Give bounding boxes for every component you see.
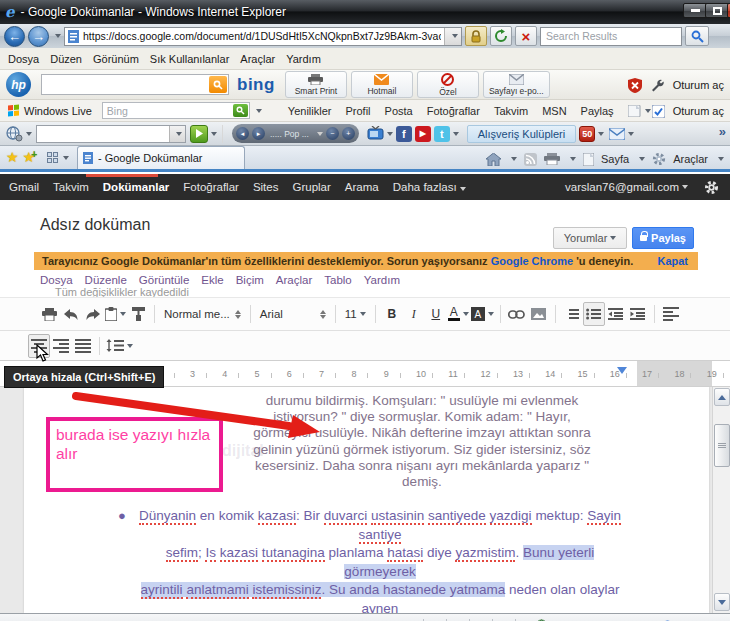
bulleted-list-button[interactable] — [583, 302, 605, 326]
gear-icon[interactable] — [704, 180, 719, 195]
wl-search-dropdown-icon[interactable] — [256, 109, 262, 113]
chrome-link[interactable]: Google Chrome — [491, 255, 574, 267]
insert-link-button[interactable] — [506, 302, 528, 326]
font-select[interactable]: Arial — [256, 302, 330, 326]
hotmail-button[interactable]: Hotmail — [351, 71, 413, 98]
wl-link[interactable]: Paylaş — [581, 105, 614, 117]
ie-menu-item[interactable]: Sık Kullanılanlar — [150, 53, 230, 65]
globe-gear-icon[interactable] — [5, 126, 23, 142]
highlight-color-button[interactable]: A — [470, 302, 495, 326]
stop-button[interactable]: × — [515, 26, 537, 46]
wl-link[interactable]: Takvim — [494, 105, 528, 117]
twitter-icon[interactable]: t — [434, 126, 450, 142]
text-color-button[interactable]: A — [447, 302, 470, 326]
docs-menu-item[interactable]: Ekle — [201, 274, 223, 286]
refresh-button[interactable] — [490, 26, 512, 46]
browser-tab[interactable]: - Google Dokümanlar — [77, 146, 245, 169]
deals-badge-icon[interactable]: 50 — [579, 126, 595, 142]
rss-icon[interactable] — [524, 153, 537, 166]
wl-link[interactable]: Fotoğraflar — [427, 105, 480, 117]
wl-link[interactable]: Posta — [385, 105, 413, 117]
combo-dropdown[interactable] — [169, 126, 185, 142]
tv-icon[interactable] — [367, 126, 384, 141]
align-left-button[interactable] — [660, 302, 682, 326]
docs-menu-item[interactable]: Yardım — [364, 274, 400, 286]
hp-logo[interactable]: hp — [6, 72, 31, 97]
document-page[interactable]: dijital durumu bildirmiş. Komşuları: " u… — [24, 387, 709, 613]
home-icon[interactable] — [486, 153, 501, 166]
docs-menu-item[interactable]: Düzenle — [85, 274, 127, 286]
favorites-star-icon[interactable]: ★ — [6, 149, 19, 165]
search-input[interactable]: Search Results — [540, 27, 682, 46]
page-menu-label[interactable]: Sayfa — [601, 153, 629, 165]
docs-menu-item[interactable]: Araçlar — [276, 274, 312, 286]
prev-track-button[interactable]: ◂ — [236, 127, 249, 140]
page-icon[interactable] — [583, 153, 594, 166]
volume-down-button[interactable]: − — [326, 127, 339, 140]
home-dropdown-icon[interactable] — [511, 157, 517, 161]
note-icon[interactable] — [628, 105, 642, 117]
ie-menu-item[interactable]: Görünüm — [93, 53, 139, 65]
google-bar-link[interactable]: Dokümanlar — [103, 181, 169, 193]
docs-menu-item[interactable]: Tablo — [324, 274, 352, 286]
print-button[interactable] — [38, 302, 60, 326]
scrollbar-thumb[interactable] — [714, 424, 730, 467]
italic-button[interactable]: I — [403, 302, 425, 326]
globe-dropdown-icon[interactable] — [26, 132, 32, 136]
paste-format-button[interactable] — [104, 302, 127, 326]
ozel-button[interactable]: Özel — [417, 71, 479, 98]
paragraph-style-select[interactable]: Normal me... — [160, 302, 245, 326]
google-bar-link[interactable]: Daha fazlası — [393, 181, 466, 193]
volume-up-button[interactable]: + — [342, 127, 355, 140]
wrench-icon[interactable] — [651, 79, 664, 92]
font-size-select[interactable]: 11 — [341, 302, 370, 326]
quick-tabs-dropdown-icon[interactable] — [63, 156, 69, 160]
google-bar-link[interactable]: Arama — [345, 181, 379, 193]
scroll-down-button[interactable] — [714, 593, 730, 611]
page-dropdown-icon[interactable] — [639, 157, 645, 161]
search-go-button[interactable] — [685, 26, 709, 46]
address-bar[interactable]: https://docs.google.com/document/d/1DUSd… — [64, 27, 462, 46]
google-bar-link[interactable]: Takvim — [53, 181, 89, 193]
print-dropdown-icon[interactable] — [570, 157, 576, 161]
google-bar-link[interactable]: Fotoğraflar — [183, 181, 239, 193]
history-dropdown-icon[interactable] — [55, 34, 61, 38]
comments-button[interactable]: Yorumlar — [553, 227, 627, 249]
margin-marker-icon[interactable] — [617, 367, 627, 374]
dismiss-link[interactable]: Kapat — [657, 255, 688, 267]
ie-menu-item[interactable]: Yardım — [286, 53, 321, 65]
note-dropdown-icon[interactable] — [645, 109, 651, 113]
bullet-paragraph[interactable]: Dünyanin en komik kazasi: Bir duvarci us… — [130, 507, 630, 621]
insert-image-button[interactable] — [528, 302, 550, 326]
facebook-icon[interactable]: f — [396, 126, 412, 142]
ie-menu-item[interactable]: Düzen — [50, 53, 82, 65]
numbered-list-button[interactable] — [561, 302, 583, 326]
document-title[interactable]: Adsız doküman — [40, 216, 150, 234]
toolbar-overflow-chevron[interactable]: » — [719, 124, 726, 139]
decrease-indent-button[interactable] — [605, 302, 627, 326]
hp-search-button[interactable] — [209, 76, 227, 93]
go-arrow-button[interactable] — [190, 125, 208, 143]
bing-logo[interactable]: bing — [237, 75, 275, 95]
gear-icon[interactable] — [652, 152, 666, 166]
add-favorite-icon[interactable]: ★+ — [23, 149, 37, 165]
redo-button[interactable] — [82, 302, 104, 326]
tv-dropdown-icon[interactable] — [387, 132, 393, 136]
docs-menu-item[interactable]: Biçim — [236, 274, 264, 286]
hp-search-input[interactable] — [41, 74, 229, 95]
google-bar-link[interactable]: Gmail — [9, 181, 39, 193]
ie-menu-item[interactable]: Dosya — [8, 53, 39, 65]
tools-menu-label[interactable]: Araçlar — [673, 153, 708, 165]
security-lock-button[interactable] — [465, 26, 487, 46]
mail-dropdown-icon[interactable] — [628, 132, 634, 136]
line-spacing-button[interactable] — [105, 334, 134, 358]
deals-dropdown-icon[interactable] — [598, 132, 604, 136]
email-page-button[interactable]: Sayfayı e-po... — [483, 71, 550, 98]
go-dropdown-icon[interactable] — [211, 132, 217, 136]
account-dropdown-icon[interactable] — [682, 185, 688, 189]
wl-signin-link[interactable]: Oturum aç — [673, 105, 724, 117]
ie-menu-item[interactable]: Araçlar — [240, 53, 275, 65]
addon-combobox[interactable] — [36, 125, 186, 143]
docs-menu-item[interactable]: Görüntüle — [139, 274, 190, 286]
checkbox-icon[interactable] — [652, 105, 665, 118]
